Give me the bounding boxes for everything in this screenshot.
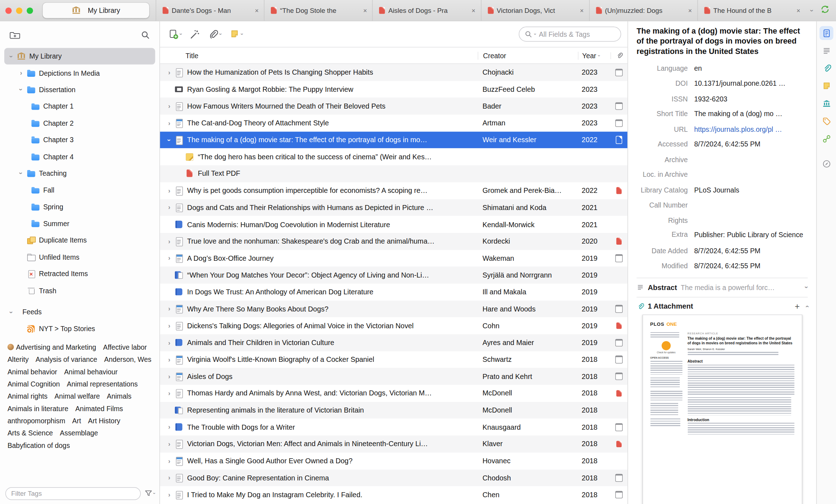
table-row[interactable]: › Well, Has a Single Good Author Ever Ow…	[160, 453, 628, 469]
tags-icon[interactable]	[820, 114, 833, 128]
expand-chevron-icon[interactable]: ›	[165, 423, 173, 431]
new-collection-button[interactable]	[10, 30, 20, 39]
table-row[interactable]: › Dickens's Talking Dogs: Allegories of …	[160, 317, 628, 334]
tag[interactable]: Advertising and Marketing	[8, 344, 96, 350]
tag[interactable]: Animated Films	[75, 405, 123, 412]
field-value[interactable]: 8/7/2024, 6:42:55 PM	[694, 140, 808, 148]
table-row[interactable]: › In Dogs We Trust: An Anthology of Amer…	[160, 284, 628, 300]
table-row[interactable]: › Representing animals in the literature…	[160, 402, 628, 419]
collection-row[interactable]: › Feeds	[4, 304, 155, 320]
library-tab[interactable]: My Library	[43, 3, 149, 18]
expand-chevron-icon[interactable]: ›	[165, 69, 173, 76]
column-header-creator[interactable]: Creator	[478, 51, 578, 59]
tag[interactable]: Animal welfare	[54, 393, 100, 399]
collapse-section-chevron-icon[interactable]: ›	[803, 305, 810, 308]
tag[interactable]: Arts & Science	[8, 429, 53, 436]
reader-tab[interactable]: Dante’s Dogs - Man ×	[156, 0, 264, 21]
tag[interactable]: Animals in literature	[8, 405, 68, 412]
table-row[interactable]: › Dogs and Cats and Their Relationships …	[160, 199, 628, 216]
table-row[interactable]: › Why is pet goods consumption impercept…	[160, 182, 628, 199]
collection-row[interactable]: › Chapter 1	[4, 98, 155, 115]
table-row[interactable]: › The Trouble with Dogs for a Writer Kna…	[160, 419, 628, 435]
expand-chevron-icon[interactable]: ›	[165, 356, 173, 363]
field-value[interactable]: https://journals.plos.org/pl …	[694, 125, 808, 133]
tag[interactable]: Art	[72, 417, 81, 424]
close-tab-icon[interactable]: ×	[254, 7, 260, 14]
info-icon[interactable]	[820, 26, 833, 40]
table-row[interactable]: › Virginia Woolf's Little-Known Biograph…	[160, 351, 628, 368]
items-search-box[interactable]: ›	[519, 27, 621, 42]
reader-tab[interactable]: The Hound of the B ×	[697, 0, 806, 21]
abstract-icon[interactable]	[820, 44, 833, 58]
table-row[interactable]: › Full Text PDF	[160, 165, 628, 182]
libraries-collections-icon[interactable]	[820, 96, 833, 110]
tag[interactable]: Babyfication of dogs	[8, 442, 70, 449]
tag[interactable]: Animal representations	[67, 380, 138, 387]
tag[interactable]: Alterity	[8, 356, 29, 363]
expand-chevron-icon[interactable]: ›	[165, 440, 173, 448]
collection-row[interactable]: › Chapter 3	[4, 132, 155, 149]
tag[interactable]: Animal rights	[8, 393, 48, 399]
zoom-window-button[interactable]	[27, 7, 33, 14]
table-row[interactable]: › I Tried to Make My Dog an Instagram Ce…	[160, 486, 628, 503]
collection-row[interactable]: › Retracted Items	[4, 265, 155, 282]
collection-search-icon[interactable]	[141, 30, 150, 39]
field-value[interactable]: 10.1371/journal.pone.0261 …	[694, 80, 808, 88]
tag[interactable]: Anderson, Wes	[104, 356, 151, 363]
table-row[interactable]: › Aisles of Dogs Prato and Kehrt 2018	[160, 368, 628, 385]
collection-row[interactable]: › My Library	[4, 48, 155, 65]
table-row[interactable]: › Ryan Gosling & Margot Robbie: The Pupp…	[160, 81, 628, 98]
disclosure-chevron-icon[interactable]: ›	[8, 308, 15, 316]
table-row[interactable]: › Why Are There So Many Books About Dogs…	[160, 300, 628, 317]
table-row[interactable]: › The Cat-and-Dog Theory of Attachment S…	[160, 115, 628, 131]
tag[interactable]: Animal behaviour	[64, 368, 118, 375]
field-value[interactable]: PLoS Journals	[694, 186, 808, 194]
notes-icon[interactable]	[820, 79, 833, 93]
add-by-identifier-button[interactable]	[190, 29, 200, 39]
expand-chevron-icon[interactable]: ›	[165, 103, 173, 110]
table-row[interactable]: › The making of a (dog) movie star: The …	[160, 131, 628, 148]
expand-chevron-icon[interactable]: ›	[165, 322, 173, 330]
disclosure-chevron-icon[interactable]: ›	[17, 86, 25, 94]
expand-chevron-icon[interactable]: ›	[165, 491, 173, 498]
expand-chevron-icon[interactable]: ›	[165, 339, 173, 346]
column-header-year[interactable]: Year ›	[578, 51, 611, 59]
field-value[interactable]: 1932-6203	[694, 95, 808, 103]
items-search-input[interactable]	[538, 30, 615, 39]
reader-tab[interactable]: (Un)muzzled: Dogs ×	[589, 0, 697, 21]
tag[interactable]: anthropomorphism	[8, 417, 65, 424]
disclosure-chevron-icon[interactable]: ›	[17, 169, 25, 177]
expand-chevron-icon[interactable]: ›	[165, 254, 173, 262]
expand-chevron-icon[interactable]: ›	[165, 474, 173, 481]
disclosure-chevron-icon[interactable]: ›	[8, 53, 15, 60]
collection-row[interactable]: › Summer	[4, 215, 155, 232]
collection-row[interactable]: › Trash	[4, 282, 155, 299]
related-icon[interactable]	[820, 132, 833, 146]
field-value[interactable]: The making of a (dog) mo …	[694, 110, 808, 118]
table-row[interactable]: › Good Boy: Canine Representation in Cin…	[160, 469, 628, 486]
expand-chevron-icon[interactable]: ›	[165, 204, 173, 211]
close-window-button[interactable]	[5, 7, 12, 14]
item-title[interactable]: The making of a (dog) movie star: The ef…	[628, 21, 816, 59]
attachments-section-header[interactable]: 1 Attachment + ›	[637, 297, 808, 314]
expand-chevron-icon[interactable]: ›	[165, 373, 173, 380]
collection-row[interactable]: › Chapter 4	[4, 148, 155, 165]
collection-row[interactable]: › NYT > Top Stories	[4, 320, 155, 337]
reader-tab[interactable]: “The Dog Stole the ×	[264, 0, 372, 21]
collection-row[interactable]: › Depictions In Media	[4, 65, 155, 81]
tag[interactable]: Animal behavior	[8, 368, 57, 375]
collection-row[interactable]: › Fall	[4, 182, 155, 199]
add-attachment-button[interactable]: ›	[208, 29, 222, 39]
expand-chevron-icon[interactable]: ›	[165, 238, 173, 245]
column-header-attachment[interactable]	[611, 52, 628, 59]
expand-chevron-icon[interactable]: ›	[165, 390, 173, 397]
tag[interactable]: Animal Cognition	[8, 380, 60, 387]
minimize-window-button[interactable]	[16, 7, 23, 14]
attachments-icon[interactable]	[820, 61, 833, 75]
close-tab-icon[interactable]: ×	[796, 7, 801, 14]
field-value[interactable]: 8/7/2024, 6:42:55 PM	[694, 262, 808, 270]
table-row[interactable]: › A Dog’s Box-Office Journey Wakeman 201…	[160, 250, 628, 266]
expand-chevron-icon[interactable]: ›	[165, 119, 173, 127]
tag[interactable]: Art History	[88, 417, 120, 424]
table-row[interactable]: › How the Humanization of Pets Is Changi…	[160, 64, 628, 81]
